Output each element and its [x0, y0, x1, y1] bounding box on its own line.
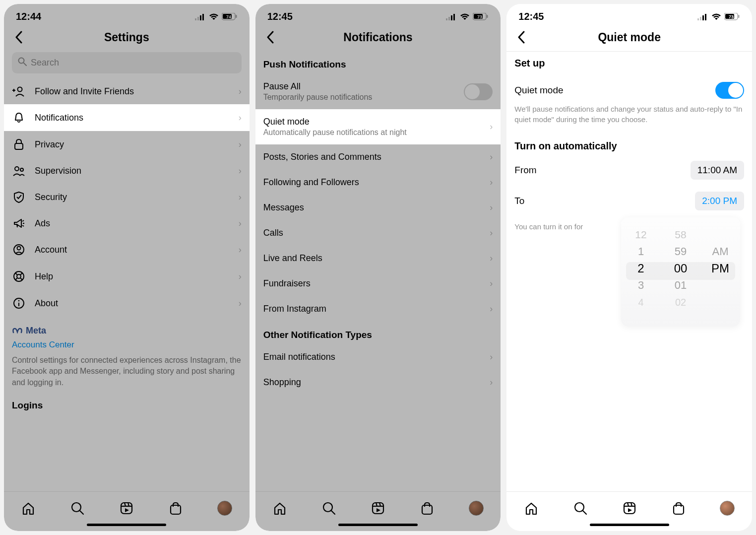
- quiet-mode-toggle[interactable]: [715, 82, 744, 99]
- row-messages[interactable]: Messages ›: [255, 195, 501, 220]
- from-label: From: [514, 165, 536, 176]
- row-following[interactable]: Following and Followers ›: [255, 170, 501, 195]
- row-help[interactable]: Help ›: [4, 263, 250, 290]
- shop-icon[interactable]: [420, 501, 435, 516]
- pause-desc: Temporarily pause notifications: [263, 93, 455, 102]
- row-label: Account: [35, 245, 230, 255]
- cellular-icon: [697, 13, 708, 20]
- svg-line-58: [583, 511, 586, 514]
- lock-icon: [12, 138, 26, 150]
- row-fundraisers[interactable]: Fundraisers ›: [255, 271, 501, 296]
- row-notifications[interactable]: Notifications ›: [4, 104, 250, 131]
- svg-rect-63: [674, 505, 684, 514]
- svg-point-19: [17, 274, 21, 278]
- reels-icon[interactable]: [371, 501, 385, 516]
- from-time-button[interactable]: 11:00 AM: [691, 161, 744, 180]
- pause-all-toggle[interactable]: [464, 83, 493, 100]
- back-button[interactable]: [12, 30, 26, 44]
- svg-text:73: 73: [729, 14, 734, 19]
- profile-avatar[interactable]: [217, 501, 232, 516]
- account-icon: [12, 244, 26, 256]
- row-label: Notifications: [35, 113, 230, 123]
- page-title: Settings: [26, 31, 228, 44]
- header: Settings: [4, 25, 250, 51]
- reels-icon[interactable]: [622, 501, 637, 516]
- svg-point-14: [15, 167, 19, 171]
- svg-rect-56: [738, 15, 740, 18]
- row-supervision[interactable]: Supervision ›: [4, 158, 250, 184]
- chevron-right-icon: ›: [490, 152, 493, 162]
- row-calls[interactable]: Calls ›: [255, 220, 501, 246]
- row-label: Email notifications: [263, 352, 481, 362]
- shield-icon: [12, 191, 26, 203]
- picker-ampm-column[interactable]: AM PM: [700, 226, 740, 311]
- row-ads[interactable]: Ads ›: [4, 210, 250, 236]
- row-security[interactable]: Security ›: [4, 184, 250, 210]
- svg-line-28: [80, 511, 83, 514]
- search-tab-icon[interactable]: [70, 501, 85, 516]
- row-shopping[interactable]: Shopping ›: [255, 370, 501, 395]
- time-picker[interactable]: 12 1 2 3 4 58 59 00 01 02 AM PM: [621, 217, 740, 327]
- profile-avatar[interactable]: [469, 501, 484, 516]
- row-from-instagram[interactable]: From Instagram ›: [255, 296, 501, 322]
- screen-notifications: 12:45 73 Notifications Push Notification…: [255, 4, 501, 531]
- row-about[interactable]: About ›: [4, 290, 250, 317]
- search-placeholder: Search: [31, 58, 59, 68]
- picker-minute-column[interactable]: 58 59 00 01 02: [661, 226, 700, 311]
- meta-label: Meta: [26, 325, 46, 337]
- profile-avatar[interactable]: [720, 501, 735, 516]
- row-follow-invite[interactable]: Follow and Invite Friends ›: [4, 78, 250, 104]
- follow-invite-icon: [12, 86, 26, 97]
- svg-line-23: [20, 278, 22, 280]
- status-bar: 12:45 73: [506, 4, 752, 25]
- shop-icon[interactable]: [671, 501, 686, 516]
- tab-bar: [4, 491, 250, 521]
- row-pause-all[interactable]: Pause All Temporarily pause notification…: [255, 74, 501, 109]
- svg-text:74: 74: [226, 14, 231, 19]
- picker-hour-column[interactable]: 12 1 2 3 4: [621, 226, 661, 311]
- home-icon[interactable]: [524, 501, 539, 516]
- chevron-right-icon: ›: [490, 228, 493, 238]
- row-label: Shopping: [263, 377, 481, 388]
- svg-point-10: [18, 87, 22, 92]
- chevron-right-icon: ›: [490, 122, 493, 132]
- back-button[interactable]: [263, 30, 277, 44]
- svg-rect-49: [697, 18, 699, 20]
- home-icon[interactable]: [21, 501, 36, 516]
- row-posts-stories[interactable]: Posts, Stories and Comments ›: [255, 144, 501, 170]
- svg-rect-1: [197, 17, 199, 20]
- row-privacy[interactable]: Privacy ›: [4, 131, 250, 158]
- svg-rect-52: [705, 14, 706, 20]
- info-icon: [12, 297, 26, 309]
- search-input[interactable]: Search: [12, 52, 242, 73]
- svg-rect-41: [487, 15, 488, 18]
- chevron-right-icon: ›: [239, 86, 242, 97]
- row-quiet-mode[interactable]: Quiet mode Automatically pause notificat…: [255, 109, 501, 144]
- row-email-notifications[interactable]: Email notifications ›: [255, 344, 501, 370]
- home-indicator[interactable]: [590, 524, 669, 526]
- status-bar: 12:44 74: [4, 4, 250, 25]
- reels-icon[interactable]: [119, 501, 134, 516]
- cellular-icon: [446, 13, 457, 20]
- home-indicator[interactable]: [338, 524, 418, 526]
- battery-icon: 73: [724, 13, 740, 20]
- row-account[interactable]: Account ›: [4, 236, 250, 263]
- back-button[interactable]: [514, 30, 528, 44]
- chevron-right-icon: ›: [239, 218, 242, 229]
- screen-settings: 12:44 74 Settings Search Follow and Invi…: [4, 4, 250, 531]
- chevron-right-icon: ›: [239, 245, 242, 255]
- chevron-right-icon: ›: [490, 278, 493, 289]
- svg-rect-44: [373, 503, 383, 514]
- search-tab-icon[interactable]: [573, 501, 588, 516]
- chevron-right-icon: ›: [239, 298, 242, 309]
- shop-icon[interactable]: [168, 501, 183, 516]
- svg-line-9: [24, 63, 26, 66]
- home-indicator[interactable]: [87, 524, 166, 526]
- row-live-reels[interactable]: Live and Reels ›: [255, 246, 501, 271]
- accounts-center-link[interactable]: Accounts Center: [12, 339, 242, 351]
- page-title: Notifications: [277, 31, 479, 44]
- to-time-button[interactable]: 2:00 PM: [695, 192, 744, 210]
- home-icon[interactable]: [272, 501, 287, 516]
- chevron-right-icon: ›: [239, 139, 242, 150]
- search-tab-icon[interactable]: [321, 501, 336, 516]
